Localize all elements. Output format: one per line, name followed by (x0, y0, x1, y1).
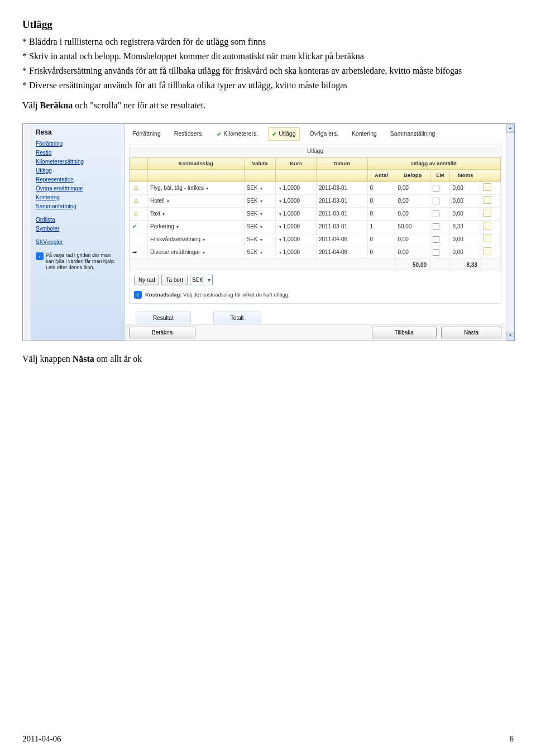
cell-datum[interactable]: 2011-03-01 (316, 194, 367, 207)
cell-kurs[interactable]: ▾ 1,0000 (276, 220, 317, 233)
sidebar-link-forrattning[interactable]: Förrättning (36, 140, 119, 149)
sidebar-link-utlagg[interactable]: Utlägg (36, 166, 119, 175)
cell-kostnadsslag[interactable]: Hotell ▾ (147, 194, 244, 207)
cell-kurs[interactable]: ▾ 1,0000 (276, 207, 317, 220)
sidebar-link-ordlista[interactable]: Ordlista (36, 216, 119, 224)
ta-bort-button[interactable]: Ta bort (161, 275, 188, 285)
cell-note[interactable] (481, 220, 500, 233)
cell-antal[interactable]: 0 (367, 194, 395, 207)
currency-select[interactable]: SEK▾ (190, 275, 213, 285)
table-row[interactable]: Friskvårdsersättning ▾SEK ▾▾ 1,00002011-… (130, 233, 501, 246)
cell-datum[interactable]: 2011-04-06 (316, 246, 367, 259)
tillbaka-button[interactable]: Tillbaka (372, 327, 437, 338)
cell-note[interactable] (481, 207, 500, 220)
cell-kostnadsslag[interactable]: Taxi ▾ (147, 207, 244, 220)
checkbox[interactable] (433, 236, 439, 243)
tab-kilometer[interactable]: ✔Kilometerers. (213, 128, 261, 141)
cell-antal[interactable]: 0 (367, 246, 395, 259)
vertical-scrollbar[interactable]: ▴ ▾ (506, 124, 514, 341)
cell-antal[interactable]: 0 (367, 233, 395, 246)
cell-belopp[interactable]: 0,00 (395, 233, 430, 246)
lower-tab-totalt[interactable]: Totalt (213, 312, 261, 324)
table-row[interactable]: ⚠Flyg, båt, tåg - Inrikes ▾SEK ▾▾ 1,0000… (130, 181, 501, 194)
table-row[interactable]: ⚠Hotell ▾SEK ▾▾ 1,00002011-03-0100,000,0… (130, 194, 501, 207)
cell-kurs[interactable]: ▾ 1,0000 (276, 233, 317, 246)
sidebar-link-skv[interactable]: SKV-regler (36, 238, 119, 247)
checkbox[interactable] (433, 185, 439, 192)
sidebar-link-kilometer[interactable]: Kilometerersättning (36, 157, 119, 166)
sidebar-link-ovriga[interactable]: Övriga ersättningar (36, 184, 119, 193)
cell-moms[interactable]: 0,00 (450, 207, 481, 220)
cell-valuta[interactable]: SEK ▾ (244, 194, 276, 207)
cell-belopp[interactable]: 50,00 (395, 220, 430, 233)
table-row[interactable]: ➡Diverse ersättningar ▾SEK ▾▾ 1,00002011… (130, 246, 501, 259)
cell-kurs[interactable]: ▾ 1,0000 (276, 181, 317, 194)
tab-restid[interactable]: Restidsers. (171, 128, 207, 140)
sidebar-link-kontering[interactable]: Kontering (36, 193, 119, 202)
cell-em[interactable] (430, 220, 450, 233)
tab-utlagg[interactable]: ✔Utlägg (268, 127, 299, 141)
checkbox[interactable] (433, 249, 439, 256)
cell-kurs[interactable]: ▾ 1,0000 (276, 194, 317, 207)
note-icon[interactable] (484, 196, 491, 204)
cell-kostnadsslag[interactable]: Flyg, båt, tåg - Inrikes ▾ (147, 181, 244, 194)
cell-datum[interactable]: 2011-03-01 (316, 181, 367, 194)
table-row[interactable]: ✔Parkering ▾SEK ▾▾ 1,00002011-03-01150,0… (130, 220, 501, 233)
scroll-up-icon[interactable]: ▴ (506, 124, 514, 133)
note-icon[interactable] (484, 222, 491, 229)
lower-tab-resultat[interactable]: Resultat (136, 312, 191, 324)
sidebar-link-symboler[interactable]: Symboler (36, 224, 119, 233)
cell-em[interactable] (430, 233, 450, 246)
note-icon[interactable] (484, 235, 491, 242)
ny-rad-button[interactable]: Ny rad (134, 275, 159, 285)
cell-em[interactable] (430, 181, 450, 194)
tab-kontering[interactable]: Kontering (348, 128, 380, 140)
cell-datum[interactable]: 2011-04-06 (316, 233, 367, 246)
checkbox[interactable] (433, 223, 439, 230)
cell-valuta[interactable]: SEK ▾ (244, 207, 276, 220)
cell-belopp[interactable]: 0,00 (395, 194, 430, 207)
berakna-button[interactable]: Beräkna (129, 327, 195, 338)
cell-em[interactable] (430, 207, 450, 220)
cell-moms[interactable]: 0,00 (450, 246, 481, 259)
cell-kostnadsslag[interactable]: Diverse ersättningar ▾ (147, 246, 244, 259)
cell-valuta[interactable]: SEK ▾ (244, 220, 276, 233)
cell-valuta[interactable]: SEK ▾ (244, 181, 276, 194)
note-icon[interactable] (484, 209, 491, 217)
cell-em[interactable] (430, 246, 450, 259)
cell-antal[interactable]: 0 (367, 207, 395, 220)
cell-note[interactable] (481, 233, 500, 246)
cell-kostnadsslag[interactable]: Parkering ▾ (147, 220, 244, 233)
sidebar-link-sammanfattning[interactable]: Sammanfattning (36, 202, 119, 211)
cell-em[interactable] (430, 194, 450, 207)
cell-belopp[interactable]: 0,00 (395, 246, 430, 259)
note-icon[interactable] (484, 247, 491, 255)
checkbox[interactable] (433, 198, 439, 204)
cell-note[interactable] (481, 246, 500, 259)
sidebar-link-representation[interactable]: Representation (36, 175, 119, 184)
scroll-down-icon[interactable]: ▾ (506, 332, 514, 341)
cell-moms[interactable]: 8,33 (450, 220, 481, 233)
checkbox[interactable] (433, 210, 439, 217)
cell-moms[interactable]: 0,00 (450, 233, 481, 246)
cell-datum[interactable]: 2011-03-01 (316, 207, 367, 220)
tab-sammanstallning[interactable]: Sammanställning (387, 128, 439, 140)
nasta-button[interactable]: Nästa (441, 327, 501, 338)
sidebar-link-restid[interactable]: Restid (36, 149, 119, 157)
cell-valuta[interactable]: SEK ▾ (244, 233, 276, 246)
cell-kostnadsslag[interactable]: Friskvårdsersättning ▾ (147, 233, 244, 246)
cell-valuta[interactable]: SEK ▾ (244, 246, 276, 259)
cell-note[interactable] (481, 194, 500, 207)
tab-ovriga[interactable]: Övriga ers. (307, 128, 342, 140)
cell-note[interactable] (481, 181, 500, 194)
cell-belopp[interactable]: 0,00 (395, 181, 430, 194)
cell-belopp[interactable]: 0,00 (395, 207, 430, 220)
cell-antal[interactable]: 0 (367, 181, 395, 194)
note-icon[interactable] (484, 183, 491, 191)
cell-moms[interactable]: 0,00 (450, 194, 481, 207)
tab-forrattning[interactable]: Förrättning (129, 128, 164, 140)
table-row[interactable]: ⚠Taxi ▾SEK ▾▾ 1,00002011-03-0100,000,00 (130, 207, 501, 220)
cell-kurs[interactable]: ▾ 1,0000 (276, 246, 317, 259)
cell-moms[interactable]: 0,00 (450, 181, 481, 194)
cell-antal[interactable]: 1 (367, 220, 395, 233)
